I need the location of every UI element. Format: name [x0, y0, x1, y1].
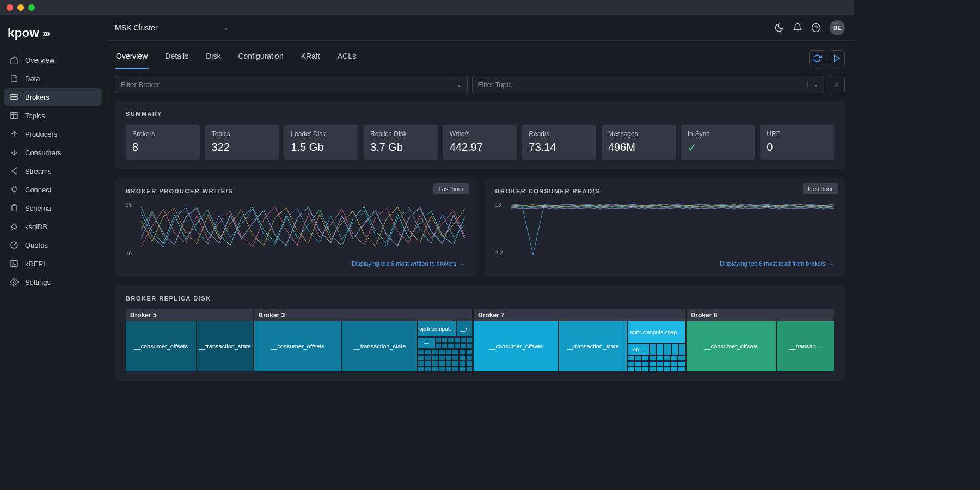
treemap-cell-small[interactable]: [650, 344, 656, 355]
treemap-cell-small[interactable]: [432, 356, 438, 360]
treemap-cell[interactable]: __consumer_offsets: [126, 321, 196, 371]
theme-toggle-icon[interactable]: [774, 23, 784, 33]
sidebar-item-schema[interactable]: Schema: [4, 199, 102, 217]
treemap-cell[interactable]: __transaction_state: [197, 321, 252, 371]
treemap-cell-small[interactable]: [461, 338, 465, 342]
cluster-selector[interactable]: MSK Cluster ⌄: [115, 23, 229, 32]
treemap-cell[interactable]: —: [418, 338, 434, 348]
treemap-cell[interactable]: __o: [457, 321, 472, 336]
tab-kraft[interactable]: KRaft: [300, 47, 321, 69]
treemap-cell-small[interactable]: [664, 362, 670, 366]
treemap-cell-small[interactable]: [628, 356, 634, 360]
chart-footer-link[interactable]: Displaying top 6 most read from brokers …: [495, 260, 835, 267]
treemap-cell-small[interactable]: [452, 367, 458, 372]
treemap-cell-small[interactable]: [460, 350, 465, 354]
treemap-cell-small[interactable]: [628, 367, 634, 371]
treemap-cell-small[interactable]: [664, 367, 670, 371]
treemap-cell-small[interactable]: [418, 356, 424, 360]
treemap-cell-small[interactable]: [657, 367, 663, 371]
user-avatar[interactable]: DE: [830, 20, 845, 35]
treemap-cell-small[interactable]: [650, 356, 656, 360]
treemap-cell-small[interactable]: [650, 367, 656, 371]
play-button[interactable]: [829, 50, 845, 66]
treemap-cell-small[interactable]: [671, 356, 677, 360]
treemap-cell-small[interactable]: [455, 344, 460, 348]
treemap-cell-small[interactable]: [418, 350, 424, 354]
time-range-badge[interactable]: Last hour: [803, 183, 838, 194]
treemap-cell-small[interactable]: [678, 367, 684, 371]
sidebar-item-topics[interactable]: Topics: [4, 107, 102, 124]
treemap-cell-small[interactable]: [671, 362, 677, 366]
treemap-cell-small[interactable]: [671, 367, 677, 371]
treemap-cell-small[interactable]: [657, 362, 663, 366]
treemap-cell-small[interactable]: [442, 338, 447, 342]
treemap-cell-small[interactable]: [436, 338, 441, 342]
treemap-cell-small[interactable]: [635, 367, 641, 371]
treemap-cell-small[interactable]: [467, 361, 473, 366]
treemap-cell-small[interactable]: [436, 344, 441, 348]
treemap-cell-small[interactable]: [418, 367, 424, 372]
tab-details[interactable]: Details: [164, 47, 189, 69]
sidebar-item-krepl[interactable]: kREPL: [4, 255, 102, 272]
treemap-cell-small[interactable]: [635, 362, 641, 366]
treemap-cell-small[interactable]: [664, 356, 670, 360]
sidebar-item-brokers[interactable]: Brokers: [4, 88, 102, 106]
treemap-cell-small[interactable]: [657, 356, 663, 360]
sidebar-item-producers[interactable]: Producers: [4, 125, 102, 143]
treemap-cell-small[interactable]: [679, 344, 685, 355]
treemap-broker-8[interactable]: Broker 8 __consumer_offsets __transac…: [687, 309, 834, 371]
treemap-cell-small[interactable]: [650, 362, 656, 366]
treemap-cell[interactable]: __transac…: [777, 321, 834, 371]
treemap-cell-small[interactable]: [460, 361, 465, 366]
filter-broker-select[interactable]: Filter Broker ⌄: [115, 76, 468, 93]
treemap-cell-small[interactable]: [452, 350, 458, 354]
treemap-cell-small[interactable]: [455, 338, 460, 342]
treemap-cell-small[interactable]: [467, 367, 473, 372]
treemap-cell[interactable]: oprtr.compute.snap…: [628, 321, 685, 343]
notifications-icon[interactable]: [793, 23, 803, 33]
treemap-cell-small[interactable]: [460, 356, 465, 360]
treemap-cell-small[interactable]: [467, 356, 473, 360]
close-window-button[interactable]: [7, 4, 13, 11]
treemap-cell[interactable]: __consumer_offsets: [474, 321, 558, 371]
treemap-cell[interactable]: __transaction_state: [559, 321, 627, 371]
sidebar-item-overview[interactable]: Overview: [4, 51, 102, 69]
treemap-cell-small[interactable]: [678, 362, 684, 366]
treemap-cell[interactable]: __consumer_offsets: [687, 321, 776, 371]
treemap-cell-small[interactable]: [446, 350, 452, 354]
treemap-broker-5[interactable]: Broker 5 __consumer_offsets __transactio…: [126, 309, 253, 371]
treemap-cell-small[interactable]: [432, 350, 438, 354]
treemap-cell-small[interactable]: [628, 362, 634, 366]
time-range-badge[interactable]: Last hour: [433, 183, 469, 194]
treemap-cell-small[interactable]: [467, 338, 472, 342]
treemap-cell-small[interactable]: [446, 356, 452, 360]
treemap-cell-small[interactable]: [432, 367, 438, 372]
tab-overview[interactable]: Overview: [115, 47, 149, 69]
sidebar-item-quotas[interactable]: Quotas: [4, 236, 102, 254]
treemap-cell-small[interactable]: [442, 344, 447, 348]
treemap-cell-small[interactable]: [418, 361, 424, 366]
treemap-cell[interactable]: op…: [628, 344, 650, 355]
treemap-cell-small[interactable]: [452, 356, 458, 360]
treemap-cell-small[interactable]: [432, 361, 438, 366]
sidebar-item-connect[interactable]: Connect: [4, 181, 102, 198]
treemap-cell[interactable]: oprtr.comput…: [418, 321, 455, 336]
clear-filters-button[interactable]: [829, 76, 845, 93]
sidebar-item-ksqldb[interactable]: ksqlDB: [4, 218, 102, 235]
treemap-cell-small[interactable]: [657, 344, 663, 355]
treemap-cell-small[interactable]: [460, 367, 465, 372]
treemap-cell-small[interactable]: [678, 356, 684, 360]
treemap-cell-small[interactable]: [452, 361, 458, 366]
chart-footer-link[interactable]: Displaying top 6 most written to brokers…: [126, 260, 465, 267]
sidebar-item-settings[interactable]: Settings: [4, 273, 102, 291]
treemap-cell-small[interactable]: [635, 356, 641, 360]
treemap-cell-small[interactable]: [439, 356, 445, 360]
treemap-cell-small[interactable]: [425, 367, 431, 372]
treemap-cell-small[interactable]: [467, 344, 472, 348]
treemap-cell-small[interactable]: [448, 338, 453, 342]
treemap-cell-small[interactable]: [425, 350, 431, 354]
treemap-cell-small[interactable]: [439, 350, 445, 354]
treemap-cell-small[interactable]: [439, 367, 445, 372]
treemap-cell-small[interactable]: [439, 361, 445, 366]
refresh-button[interactable]: [809, 50, 825, 66]
